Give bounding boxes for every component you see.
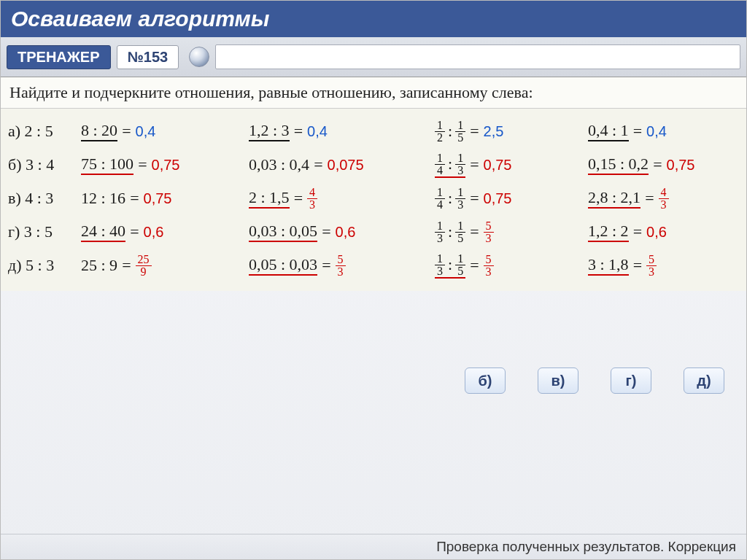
answer-fraction: 53 xyxy=(484,254,494,278)
equals-sign: = xyxy=(294,122,303,141)
equals-sign: = xyxy=(322,256,330,275)
ratio-expr: 0,4 : 1 xyxy=(588,121,629,141)
cell: 2 : 1,5 = 43 xyxy=(249,187,427,211)
toolbar: ТРЕНАЖЕР №153 xyxy=(1,37,746,77)
cell: 0,05 : 0,03 = 53 xyxy=(249,254,427,278)
fraction: 14 xyxy=(435,152,445,176)
answer: 0,75 xyxy=(484,190,512,207)
ratio-expr: 24 : 40 xyxy=(81,222,125,242)
cell: 14 : 13 = 0,75 xyxy=(435,187,581,211)
ratio-expr: 0,05 : 0,03 xyxy=(249,255,317,276)
row-g: г) 3 : 5 24 : 40 = 0,6 0,03 : 0,05 = 0,6… xyxy=(8,215,739,249)
exercise-number-chip[interactable]: №153 xyxy=(117,45,179,69)
ratio-expr: 2 : 1,5 xyxy=(249,188,290,209)
fraction: 13 xyxy=(435,220,445,244)
answer: 0,6 xyxy=(336,224,356,241)
ratio-expr: 2,8 : 2,1 xyxy=(588,188,640,209)
row-b: б) 3 : 4 75 : 100 = 0,75 0,03 : 0,4 = 0,… xyxy=(8,148,739,182)
fraction: 13 xyxy=(455,152,465,176)
trainer-chip[interactable]: ТРЕНАЖЕР xyxy=(7,45,111,69)
page-title: Осваиваем алгоритмы xyxy=(11,7,269,31)
cell: 12 : 16 = 0,75 xyxy=(81,189,241,208)
cell: 25 : 9 = 259 xyxy=(81,254,241,278)
cell: 14 : 13 = 0,75 xyxy=(435,152,581,178)
fraction: 14 xyxy=(435,187,445,211)
equals-sign: = xyxy=(470,122,479,141)
equals-sign: = xyxy=(122,122,131,141)
fraction: 12 xyxy=(435,120,445,144)
equals-sign: = xyxy=(130,222,139,241)
ratio-expr: 14 : 13 xyxy=(435,152,465,178)
orb-icon[interactable] xyxy=(189,47,209,67)
fraction: 13 xyxy=(455,187,465,211)
worksheet: а) 2 : 5 8 : 20 = 0,4 1,2 : 3 = 0,4 12 :… xyxy=(1,109,746,291)
ratio-expr: 12 : 16 xyxy=(81,189,125,208)
equals-sign: = xyxy=(470,256,479,275)
answer-fraction: 43 xyxy=(659,187,669,211)
ratio-expr: 1,2 : 3 xyxy=(249,121,290,141)
answer: 0,4 xyxy=(307,123,328,140)
answer: 0,4 xyxy=(136,123,156,140)
fraction: 15 xyxy=(455,120,465,144)
row-a: а) 2 : 5 8 : 20 = 0,4 1,2 : 3 = 0,4 12 :… xyxy=(8,114,739,148)
answer-buttons: б) в) г) д) xyxy=(465,368,724,394)
cell: 12 : 15 = 2,5 xyxy=(435,120,581,144)
ratio-expr: 13 : 15 xyxy=(435,253,465,279)
instruction-text: Найдите и подчеркните отношения, равные … xyxy=(1,77,746,109)
equals-sign: = xyxy=(633,256,642,275)
answer: 2,5 xyxy=(484,123,504,140)
answer: 0,75 xyxy=(484,157,512,174)
answer: 0,75 xyxy=(144,190,172,207)
cell: 1,2 : 2 = 0,6 xyxy=(588,222,730,242)
colon: : xyxy=(448,122,452,141)
button-v[interactable]: в) xyxy=(538,368,578,394)
row-label: в) 4 : 3 xyxy=(8,189,74,208)
equals-sign: = xyxy=(633,122,642,141)
equals-sign: = xyxy=(138,155,147,174)
fraction: 15 xyxy=(455,253,465,277)
ratio-expr: 1,2 : 2 xyxy=(588,222,629,242)
button-d[interactable]: д) xyxy=(684,368,724,394)
cell: 24 : 40 = 0,6 xyxy=(81,222,241,242)
equals-sign: = xyxy=(314,155,322,174)
colon: : xyxy=(448,155,452,174)
cell: 2,8 : 2,1 = 43 xyxy=(588,187,730,211)
answer-fraction: 53 xyxy=(484,220,494,244)
cell: 13 : 15 = 53 xyxy=(435,253,581,279)
answer: 0,4 xyxy=(646,123,667,140)
colon: : xyxy=(448,222,452,241)
ratio-expr: 0,15 : 0,2 xyxy=(588,155,649,175)
row-label: д) 5 : 3 xyxy=(8,256,74,275)
equals-sign: = xyxy=(633,222,642,241)
equals-sign: = xyxy=(122,256,131,275)
fraction: 13 xyxy=(435,253,445,277)
answer: 0,075 xyxy=(328,157,364,174)
cell: 0,15 : 0,2 = 0,75 xyxy=(588,155,730,175)
cell: 0,4 : 1 = 0,4 xyxy=(588,121,730,141)
ratio-expr: 0,03 : 0,4 xyxy=(249,155,309,174)
colon: : xyxy=(448,255,452,274)
equals-sign: = xyxy=(294,189,303,208)
ratio-expr: 25 : 9 xyxy=(81,256,117,275)
answer-fraction: 259 xyxy=(136,254,152,278)
cell: 1,2 : 3 = 0,4 xyxy=(249,121,427,141)
title-bar: Осваиваем алгоритмы xyxy=(1,1,746,37)
answer: 0,6 xyxy=(144,224,164,241)
equals-sign: = xyxy=(653,155,662,174)
cell: 75 : 100 = 0,75 xyxy=(81,155,241,175)
button-b[interactable]: б) xyxy=(465,368,506,394)
search-input[interactable] xyxy=(215,44,740,69)
row-v: в) 4 : 3 12 : 16 = 0,75 2 : 1,5 = 43 14 … xyxy=(8,182,739,215)
answer-fraction: 43 xyxy=(307,187,317,211)
app-window: Осваиваем алгоритмы ТРЕНАЖЕР №153 Найдит… xyxy=(0,0,747,560)
row-label: г) 3 : 5 xyxy=(8,222,74,241)
equals-sign: = xyxy=(470,155,479,174)
ratio-expr: 0,03 : 0,05 xyxy=(249,222,317,242)
cell: 0,03 : 0,05 = 0,6 xyxy=(249,222,427,242)
row-label: а) 2 : 5 xyxy=(8,122,74,141)
cell: 0,03 : 0,4 = 0,075 xyxy=(249,155,427,174)
equals-sign: = xyxy=(645,189,654,208)
equals-sign: = xyxy=(470,189,479,208)
cell: 13 : 15 = 53 xyxy=(435,220,581,244)
button-g[interactable]: г) xyxy=(611,368,651,394)
